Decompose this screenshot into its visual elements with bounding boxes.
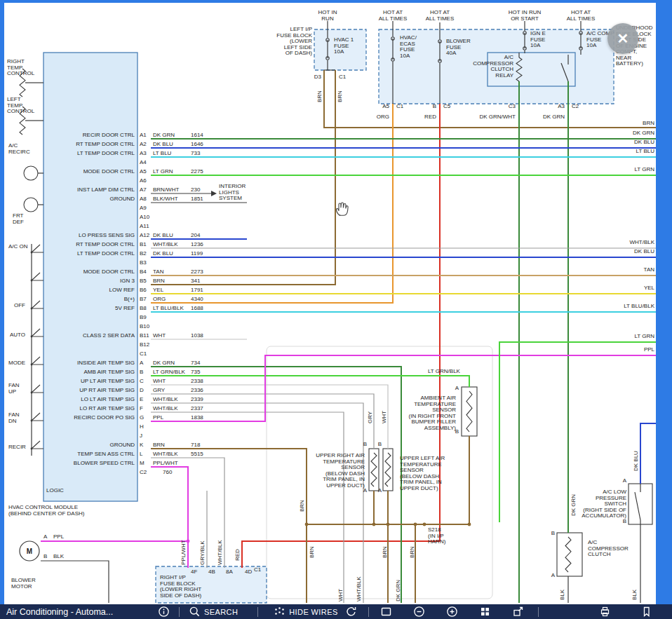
- hide-wires-label: HIDE WIRES: [289, 608, 337, 616]
- ac-compressor-clutch: [557, 533, 582, 576]
- print-icon: [599, 606, 611, 618]
- indicator-icon: [24, 198, 38, 212]
- left-ip-fuse-block: [314, 29, 366, 70]
- switch-icon: [32, 385, 40, 393]
- search-label: SEARCH: [204, 608, 238, 616]
- junction-dot: [305, 523, 309, 526]
- info-button[interactable]: [158, 606, 170, 618]
- resistor-icon: [20, 69, 25, 97]
- junction-dot: [468, 523, 471, 526]
- export-icon: [512, 606, 524, 618]
- switch-icon: [32, 273, 40, 280]
- close-icon: ✕: [617, 30, 629, 47]
- zoom-in-icon: [446, 606, 458, 618]
- grid-icon: [479, 606, 491, 618]
- print-button[interactable]: [599, 606, 611, 618]
- window-frame-left: [0, 0, 4, 604]
- switch-icon: [32, 357, 40, 365]
- junction-dot: [372, 523, 376, 526]
- junction-dot: [187, 540, 190, 543]
- search-icon: [189, 606, 201, 618]
- wire: [151, 385, 388, 449]
- switch-icon: [32, 441, 40, 449]
- switch-icon: [32, 329, 40, 336]
- switch-contact: [31, 280, 33, 282]
- scrollbar-right[interactable]: [656, 0, 672, 604]
- underhood-fuse-block: [379, 29, 614, 104]
- wire: [151, 355, 656, 421]
- bottom-toolbar: Air Conditioning - Automa... SEARCH HIDE…: [0, 604, 672, 619]
- refresh-icon: [345, 606, 357, 618]
- wire: [242, 104, 440, 568]
- switch-icon: [32, 413, 40, 421]
- hvac-control-module: [43, 53, 137, 501]
- wire: [41, 561, 109, 603]
- toolbar-separator: [257, 607, 258, 617]
- switch-contact: [31, 252, 33, 254]
- outline-region: [267, 346, 492, 599]
- motor-label: M: [27, 547, 32, 555]
- fit-screen-button[interactable]: [380, 606, 392, 618]
- wire: [151, 467, 188, 568]
- fit-screen-icon: [380, 606, 392, 618]
- zoom-in-button[interactable]: [446, 606, 458, 618]
- wire: [151, 70, 335, 285]
- window-frame-top: [0, 0, 672, 3]
- zoom-out-icon: [413, 606, 425, 618]
- wires-icon: [274, 606, 285, 618]
- junction-dot: [387, 523, 390, 526]
- arrow-icon: [211, 191, 217, 196]
- hand-cursor-icon: [336, 203, 348, 216]
- wiring-diagram: M: [0, 0, 672, 619]
- junction-dot: [423, 523, 426, 526]
- bookmark-button[interactable]: [640, 606, 652, 618]
- toolbar-separator: [538, 607, 539, 617]
- toolbar-separator: [179, 607, 180, 617]
- close-button[interactable]: ✕: [607, 23, 638, 54]
- toolbar-separator: [368, 607, 369, 617]
- resistor-icon: [20, 107, 25, 135]
- switch-contact: [31, 308, 33, 310]
- switch-contact: [31, 336, 33, 338]
- switch-contact: [31, 448, 33, 450]
- indicator-icon: [24, 166, 38, 180]
- refresh-button[interactable]: [345, 606, 357, 618]
- wire: [151, 104, 393, 303]
- switch-icon: [32, 301, 40, 308]
- diagram-title: Air Conditioning - Automa...: [0, 607, 154, 617]
- export-button[interactable]: [512, 606, 524, 618]
- grid-view-button[interactable]: [479, 606, 491, 618]
- junction-dot: [414, 523, 417, 526]
- right-ip-fuse-block: [156, 566, 267, 603]
- switch-contact: [31, 364, 33, 366]
- wire: [640, 423, 656, 484]
- bookmark-icon: [640, 606, 652, 618]
- zoom-out-button[interactable]: [413, 606, 425, 618]
- switch-contact: [31, 420, 33, 422]
- info-icon: [158, 606, 170, 618]
- switch-contact: [31, 392, 33, 394]
- hide-wires-button[interactable]: HIDE WIRES: [274, 606, 337, 618]
- search-button[interactable]: SEARCH: [189, 606, 238, 618]
- switch-icon: [32, 245, 40, 252]
